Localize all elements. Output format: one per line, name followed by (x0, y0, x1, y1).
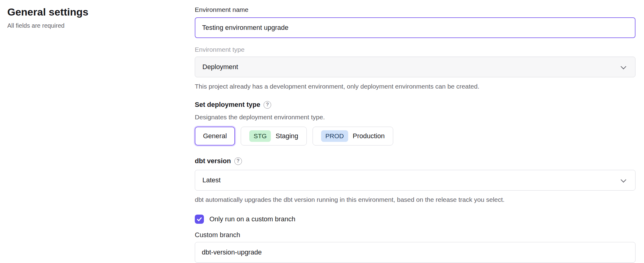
help-icon[interactable]: ? (264, 101, 271, 109)
check-icon (196, 216, 202, 222)
page-title: General settings (7, 6, 88, 18)
environment-type-select[interactable]: Deployment (195, 57, 635, 77)
chevron-down-icon (621, 177, 626, 182)
dbt-version-value: Latest (202, 176, 221, 184)
dbt-version-select[interactable]: Latest (195, 170, 635, 191)
page-subtitle: All fields are required (7, 22, 88, 29)
production-badge: PROD (321, 130, 348, 142)
chevron-down-icon (621, 64, 626, 69)
deployment-type-production-button[interactable]: PROD Production (313, 127, 393, 146)
help-icon[interactable]: ? (234, 157, 242, 165)
deployment-type-description: Designates the deployment environment ty… (195, 113, 635, 121)
deployment-type-options: General STG Staging PROD Production (195, 127, 635, 146)
environment-type-helper: This project already has a development e… (195, 82, 635, 90)
custom-branch-input[interactable] (195, 242, 635, 263)
environment-settings-page: General settings All fields are required… (0, 0, 644, 263)
environment-name-input[interactable] (195, 17, 635, 38)
deployment-type-production-label: Production (353, 132, 385, 140)
dbt-version-helper: dbt automatically upgrades the dbt versi… (195, 195, 635, 204)
custom-branch-label: Custom branch (195, 231, 635, 239)
dbt-version-heading: dbt version ? (195, 156, 635, 166)
settings-header: General settings All fields are required (7, 6, 88, 29)
custom-branch-toggle-row: Only run on a custom branch (195, 215, 635, 224)
deployment-type-heading: Set deployment type ? (195, 100, 635, 109)
environment-type-label: Environment type (195, 45, 635, 54)
deployment-type-staging-label: Staging (275, 132, 298, 140)
custom-branch-toggle-label[interactable]: Only run on a custom branch (209, 215, 295, 223)
custom-branch-checkbox[interactable] (195, 215, 204, 224)
deployment-type-staging-button[interactable]: STG Staging (241, 127, 307, 146)
settings-form: Environment name Environment type Deploy… (195, 5, 635, 263)
deployment-type-general-label: General (203, 132, 227, 140)
environment-name-label: Environment name (195, 5, 635, 14)
dbt-version-heading-text: dbt version (195, 156, 231, 166)
deployment-type-heading-text: Set deployment type (195, 100, 260, 109)
staging-badge: STG (249, 130, 271, 142)
deployment-type-general-button[interactable]: General (195, 127, 235, 146)
environment-type-value: Deployment (202, 63, 238, 71)
